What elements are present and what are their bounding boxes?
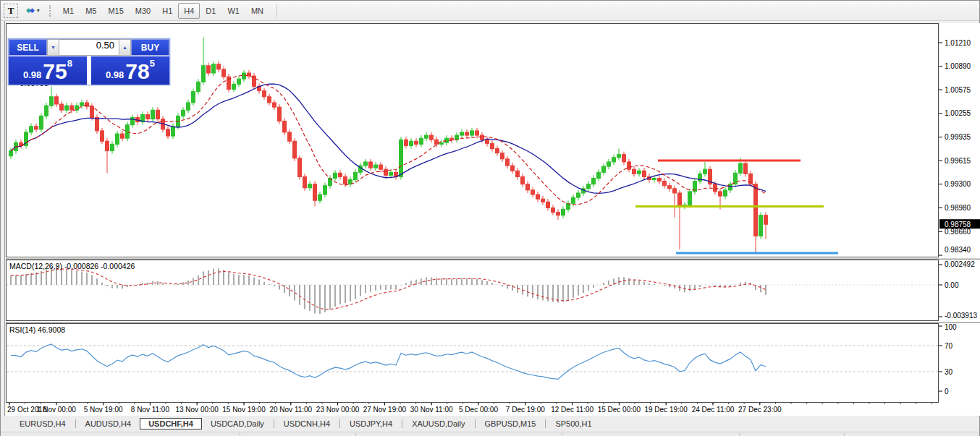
sell-price-quote[interactable]: 0.98 75 8: [9, 56, 87, 85]
buy-price-quote[interactable]: 0.98 78 5: [91, 56, 169, 85]
svg-text:13 Nov 00:00: 13 Nov 00:00: [175, 406, 219, 414]
svg-text:0.99935: 0.99935: [945, 133, 971, 141]
macd-pane[interactable]: 0.0024920.00-0.003913: [6, 260, 980, 321]
svg-text:70: 70: [945, 342, 953, 350]
svg-text:1 Nov 00:00: 1 Nov 00:00: [37, 406, 76, 414]
macd-indicator-label: MACD(12,26,9) -0.000826 -0.000426: [9, 262, 135, 270]
rsi-pane[interactable]: 10070300: [6, 323, 980, 403]
svg-text:100: 100: [945, 323, 957, 331]
tab-usdcnh-h4[interactable]: USDCNH,H4: [275, 418, 339, 429]
svg-text:1.00575: 1.00575: [945, 86, 971, 94]
sell-price-big: 75: [43, 61, 67, 82]
svg-text:1.00255: 1.00255: [945, 109, 971, 117]
toolbar-separator: [276, 4, 277, 17]
tab-audusd-h4[interactable]: AUDUSD,H4: [77, 418, 140, 429]
svg-text:1.00890: 1.00890: [945, 62, 971, 70]
tab-usdchf-h4[interactable]: USDCHF,H4: [140, 418, 202, 429]
buy-button[interactable]: BUY: [131, 39, 169, 56]
svg-text:0.99615: 0.99615: [945, 157, 971, 165]
timeframe-button-m15[interactable]: M15: [102, 3, 129, 19]
buy-price-big: 78: [125, 61, 149, 82]
svg-text:8 Nov 11:00: 8 Nov 11:00: [131, 406, 170, 414]
tab-sp500-h1[interactable]: SP500,H1: [546, 418, 600, 429]
svg-text:0.98660: 0.98660: [945, 228, 971, 236]
svg-text:24 Dec 11:00: 24 Dec 11:00: [692, 406, 735, 414]
timeframe-button-mn[interactable]: MN: [245, 3, 269, 19]
strip-separator: [240, 433, 240, 436]
svg-text:-0.003913: -0.003913: [945, 312, 977, 320]
top-toolbar: T ◆◆▾ M1M5M15M30H1H4D1W1MN: [1, 1, 979, 21]
macd-values: -0.000826 -0.000426: [64, 262, 135, 270]
tab-separator: [274, 419, 274, 428]
svg-text:27 Dec 23:00: 27 Dec 23:00: [738, 406, 782, 414]
timeframe-button-m5[interactable]: M5: [80, 3, 102, 19]
svg-text:12 Dec 11:00: 12 Dec 11:00: [551, 406, 594, 414]
timeframe-button-m30[interactable]: M30: [130, 3, 156, 19]
timeframe-button-d1[interactable]: D1: [200, 3, 221, 19]
chevron-down-icon: ▾: [37, 7, 40, 14]
sell-price-pip: 8: [67, 58, 72, 69]
strip-separator: [355, 433, 356, 436]
svg-text:20 Nov 11:00: 20 Nov 11:00: [269, 406, 312, 414]
tab-usdjpy-h4[interactable]: USDJPY,H4: [341, 418, 401, 429]
volume-increase-button[interactable]: ▲: [119, 39, 131, 56]
timeframe-button-w1[interactable]: W1: [221, 3, 245, 19]
metatrader-window: T ◆◆▾ M1M5M15M30H1H4D1W1MN ▲ USDCHF,H4 0…: [0, 0, 980, 436]
svg-text:0: 0: [945, 388, 949, 396]
svg-text:0.98980: 0.98980: [945, 204, 971, 212]
svg-text:0.98340: 0.98340: [945, 246, 971, 254]
sell-price-prefix: 0.98: [23, 69, 41, 82]
strip-separator: [844, 433, 845, 436]
svg-text:5 Nov 19:00: 5 Nov 19:00: [84, 406, 123, 414]
svg-text:0.00: 0.00: [945, 281, 959, 289]
rsi-indicator-label: RSI(14) 46.9008: [9, 325, 65, 334]
volume-decrease-button[interactable]: ▼: [47, 39, 59, 56]
strip-separator: [739, 433, 740, 436]
time-axis: 29 Oct 20181 Nov 00:005 Nov 19:008 Nov 1…: [6, 403, 980, 416]
svg-text:1.01210: 1.01210: [945, 39, 971, 47]
buy-price-prefix: 0.98: [106, 69, 124, 82]
timeframe-button-m1[interactable]: M1: [57, 3, 80, 19]
objects-style-button[interactable]: ◆◆▾: [24, 4, 42, 18]
svg-text:15 Nov 19:00: 15 Nov 19:00: [222, 406, 266, 414]
diamond-icon: ◆: [30, 7, 35, 14]
timeframe-toolbar: M1M5M15M30H1H4D1W1MN: [57, 1, 269, 21]
text-label-tool-button[interactable]: T: [4, 4, 18, 18]
svg-text:15 Dec 00:00: 15 Dec 00:00: [598, 406, 641, 414]
chart-tab-bar: EURUSD,H4AUDUSD,H4USDCHF,H4USDCAD,DailyU…: [1, 416, 979, 432]
svg-text:0.002492: 0.002492: [945, 260, 975, 268]
tab-separator: [475, 419, 476, 428]
tab-xauusd-daily[interactable]: XAUUSD,Daily: [403, 418, 473, 429]
tab-usdcad-daily[interactable]: USDCAD,Daily: [202, 418, 273, 429]
svg-text:23 Nov 00:00: 23 Nov 00:00: [316, 406, 360, 414]
bottom-strip: [1, 432, 979, 436]
time-axis-labels: 29 Oct 20181 Nov 00:005 Nov 19:008 Nov 1…: [7, 403, 932, 414]
tab-separator: [545, 419, 546, 428]
sell-button[interactable]: SELL: [9, 39, 47, 56]
svg-text:27 Nov 19:00: 27 Nov 19:00: [363, 406, 407, 414]
one-click-trading-panel: SELL ▼ 0.50 ▲ BUY 0.98 75 8 0.98 78 5: [8, 38, 170, 85]
tab-separator: [339, 419, 340, 428]
tab-eurusd-h4[interactable]: EURUSD,H4: [11, 418, 75, 429]
svg-text:7 Dec 19:00: 7 Dec 19:00: [506, 406, 545, 414]
window-left-edge: [4, 21, 5, 436]
svg-text:5 Dec 00:00: 5 Dec 00:00: [459, 406, 498, 414]
svg-text:0.98758: 0.98758: [945, 221, 971, 228]
tab-gbpusd-m15[interactable]: GBPUSD,M15: [476, 418, 545, 429]
strip-separator: [562, 433, 562, 436]
timeframe-button-h4[interactable]: H4: [178, 3, 200, 19]
tab-separator: [75, 419, 76, 428]
timeframe-button-h1[interactable]: H1: [156, 3, 178, 19]
rsi-value: 46.9008: [38, 325, 65, 334]
tab-separator: [402, 419, 402, 428]
svg-text:19 Dec 19:00: 19 Dec 19:00: [644, 406, 688, 414]
svg-text:30 Nov 11:00: 30 Nov 11:00: [410, 406, 453, 414]
volume-input[interactable]: 0.50: [59, 39, 119, 56]
svg-text:0.99300: 0.99300: [945, 180, 971, 188]
svg-text:30: 30: [945, 368, 953, 376]
toolbar-grip[interactable]: [49, 5, 51, 17]
buy-price-pip: 5: [150, 58, 155, 69]
